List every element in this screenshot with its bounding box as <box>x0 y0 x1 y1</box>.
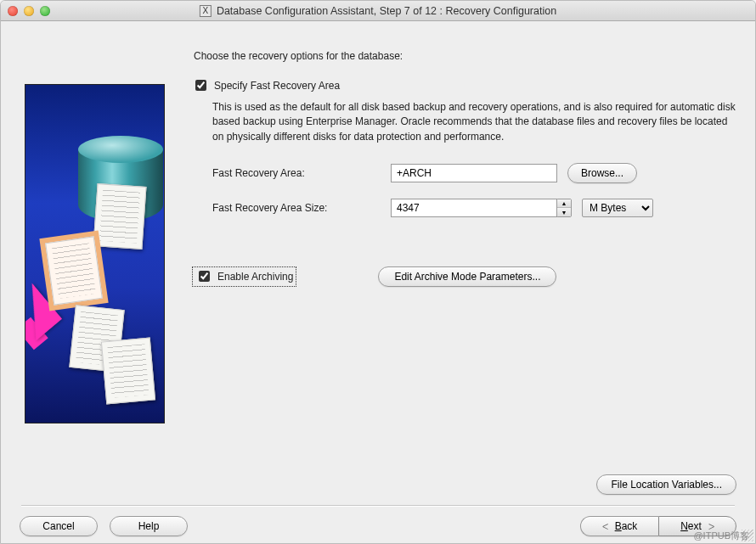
fra-size-input[interactable] <box>391 199 557 217</box>
paper-icon <box>93 183 146 250</box>
file-location-variables-button[interactable]: File Location Variables... <box>596 474 736 495</box>
bottom-area: File Location Variables... Cancel Help ᐸ… <box>1 469 755 543</box>
fra-size-spinner: ▲ ▼ <box>556 199 572 217</box>
app-window: X Database Configuration Assistant, Step… <box>0 0 756 544</box>
back-button[interactable]: ᐸ Back <box>580 516 658 536</box>
help-button[interactable]: Help <box>110 516 188 536</box>
zoom-window-button[interactable] <box>40 6 50 16</box>
paper-icon <box>45 236 103 305</box>
spinner-up-button[interactable]: ▲ <box>557 199 571 208</box>
minimize-window-button[interactable] <box>24 6 34 16</box>
client-area: Choose the recovery options for the data… <box>1 21 755 543</box>
fra-size-row: Fast Recovery Area Size: ▲ ▼ M Bytes <box>212 199 736 217</box>
edit-archive-parameters-button[interactable]: Edit Archive Mode Parameters... <box>378 266 556 287</box>
x11-icon: X <box>200 5 212 17</box>
enable-archiving-label: Enable Archiving <box>217 271 293 283</box>
spinner-down-button[interactable]: ▼ <box>557 208 571 216</box>
archiving-row: Enable Archiving Edit Archive Mode Param… <box>192 266 736 287</box>
fra-size-unit-select[interactable]: M Bytes <box>582 199 653 217</box>
specify-fra-label: Specify Fast Recovery Area <box>214 80 340 92</box>
cancel-button[interactable]: Cancel <box>20 516 98 536</box>
wizard-sidebar-image <box>25 84 165 423</box>
prompt-text: Choose the recovery options for the data… <box>194 50 736 62</box>
fra-row: Fast Recovery Area: Browse... <box>212 163 736 183</box>
browse-button[interactable]: Browse... <box>567 163 637 183</box>
paper-icon <box>101 338 155 405</box>
fra-size-label: Fast Recovery Area Size: <box>212 202 391 214</box>
window-title: Database Configuration Assistant, Step 7… <box>217 5 556 17</box>
fra-label: Fast Recovery Area: <box>212 167 391 179</box>
titlebar: X Database Configuration Assistant, Step… <box>1 1 755 21</box>
chevron-left-icon: ᐸ <box>602 522 608 531</box>
specify-fra-row: Specify Fast Recovery Area <box>192 77 736 93</box>
nav-row: Cancel Help ᐸ Back Next ᐳ <box>20 516 736 536</box>
close-window-button[interactable] <box>8 6 18 16</box>
separator <box>21 505 735 506</box>
enable-archiving-checkbox[interactable] <box>199 271 210 282</box>
fra-description: This is used as the default for all disk… <box>212 100 736 144</box>
specify-fra-checkbox[interactable] <box>195 80 206 91</box>
watermark: @ITPUB博客 <box>693 530 749 542</box>
fra-input[interactable] <box>391 164 557 182</box>
main-panel: Choose the recovery options for the data… <box>192 50 736 461</box>
